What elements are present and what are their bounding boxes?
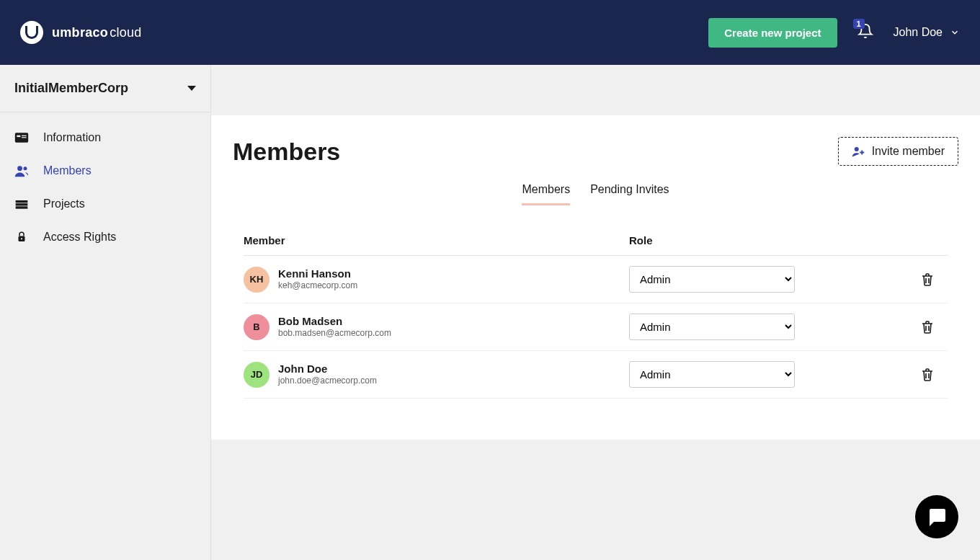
member-email: john.doe@acmecorp.com bbox=[278, 375, 377, 387]
svg-point-10 bbox=[21, 238, 22, 239]
action-cell bbox=[845, 368, 948, 381]
header-right: Create new project 1 John Doe bbox=[708, 18, 960, 48]
org-name: InitialMemberCorp bbox=[14, 81, 128, 96]
avatar: KH bbox=[244, 267, 270, 293]
role-select[interactable]: Admin bbox=[629, 314, 795, 340]
column-role: Role bbox=[629, 234, 845, 246]
projects-icon bbox=[14, 197, 29, 210]
column-member: Member bbox=[244, 234, 629, 246]
logo-icon bbox=[20, 21, 43, 44]
member-cell: KHKenni Hansonkeh@acmecorp.com bbox=[244, 267, 629, 293]
sidebar-item-projects[interactable]: Projects bbox=[0, 187, 210, 221]
tabs: Members Pending Invites bbox=[233, 183, 958, 205]
main: Members Invite member Members Pending In… bbox=[211, 65, 980, 560]
members-icon bbox=[14, 164, 29, 177]
avatar: B bbox=[244, 314, 270, 340]
sidebar-item-label: Information bbox=[43, 131, 101, 144]
member-info: John Doejohn.doe@acmecorp.com bbox=[278, 363, 377, 387]
trash-icon[interactable] bbox=[922, 321, 933, 334]
sidebar: InitialMemberCorp Information bbox=[0, 65, 211, 560]
svg-rect-3 bbox=[22, 137, 27, 138]
members-table: Member Role KHKenni Hansonkeh@acmecorp.c… bbox=[244, 226, 948, 399]
member-email: keh@acmecorp.com bbox=[278, 280, 357, 292]
info-card-icon bbox=[14, 131, 29, 144]
role-cell: Admin bbox=[629, 314, 845, 340]
member-name: Bob Madsen bbox=[278, 315, 391, 328]
member-name: John Doe bbox=[278, 363, 377, 375]
lock-icon bbox=[14, 231, 29, 244]
user-menu[interactable]: John Doe bbox=[894, 26, 961, 39]
page-header: Members Invite member bbox=[233, 137, 958, 166]
sidebar-item-information[interactable]: Information bbox=[0, 121, 210, 154]
table-row: JDJohn Doejohn.doe@acmecorp.comAdmin bbox=[244, 351, 948, 399]
chevron-down-icon bbox=[950, 27, 960, 37]
member-email: bob.madsen@acmecorp.com bbox=[278, 328, 391, 339]
table-header: Member Role bbox=[244, 226, 948, 256]
chat-icon bbox=[927, 507, 947, 526]
logo[interactable]: umbracocloud bbox=[20, 21, 142, 44]
member-cell: JDJohn Doejohn.doe@acmecorp.com bbox=[244, 362, 629, 388]
nav: Information Members Projects bbox=[0, 112, 210, 254]
svg-rect-7 bbox=[16, 203, 28, 205]
role-cell: Admin bbox=[629, 361, 845, 388]
role-select[interactable]: Admin bbox=[629, 266, 795, 293]
member-info: Bob Madsenbob.madsen@acmecorp.com bbox=[278, 315, 391, 339]
table-row: KHKenni Hansonkeh@acmecorp.comAdmin bbox=[244, 256, 948, 303]
notifications-button[interactable]: 1 bbox=[858, 23, 873, 42]
member-name: Kenni Hanson bbox=[278, 267, 357, 280]
notification-badge: 1 bbox=[853, 19, 865, 29]
content-card: Members Invite member Members Pending In… bbox=[211, 115, 980, 440]
member-cell: BBob Madsenbob.madsen@acmecorp.com bbox=[244, 314, 629, 340]
user-name: John Doe bbox=[894, 26, 943, 39]
chat-widget[interactable] bbox=[915, 495, 958, 538]
svg-point-4 bbox=[17, 166, 22, 171]
table-row: BBob Madsenbob.madsen@acmecorp.comAdmin bbox=[244, 303, 948, 351]
member-info: Kenni Hansonkeh@acmecorp.com bbox=[278, 267, 357, 292]
svg-point-5 bbox=[24, 166, 27, 170]
sidebar-item-label: Projects bbox=[43, 197, 85, 210]
trash-icon[interactable] bbox=[922, 273, 933, 286]
tab-pending-invites[interactable]: Pending Invites bbox=[590, 183, 669, 205]
invite-label: Invite member bbox=[872, 145, 945, 158]
org-selector[interactable]: InitialMemberCorp bbox=[0, 65, 210, 112]
header: umbracocloud Create new project 1 John D… bbox=[0, 0, 980, 65]
svg-point-11 bbox=[854, 147, 858, 151]
role-cell: Admin bbox=[629, 266, 845, 293]
svg-rect-6 bbox=[16, 200, 28, 203]
sidebar-item-label: Access Rights bbox=[43, 231, 116, 244]
svg-rect-1 bbox=[17, 135, 20, 138]
logo-text: umbracocloud bbox=[52, 25, 142, 40]
add-user-icon bbox=[852, 146, 865, 157]
svg-rect-8 bbox=[16, 206, 28, 208]
sidebar-item-members[interactable]: Members bbox=[0, 154, 210, 187]
role-select[interactable]: Admin bbox=[629, 361, 795, 388]
tab-members[interactable]: Members bbox=[522, 183, 570, 205]
svg-rect-2 bbox=[22, 135, 27, 136]
caret-down-icon bbox=[187, 86, 196, 91]
page-title: Members bbox=[233, 138, 340, 166]
action-cell bbox=[845, 273, 948, 286]
avatar: JD bbox=[244, 362, 270, 388]
create-project-button[interactable]: Create new project bbox=[708, 18, 837, 48]
action-cell bbox=[845, 321, 948, 334]
sidebar-item-label: Members bbox=[43, 164, 92, 177]
invite-member-button[interactable]: Invite member bbox=[838, 137, 958, 166]
trash-icon[interactable] bbox=[922, 368, 933, 381]
sidebar-item-access-rights[interactable]: Access Rights bbox=[0, 221, 210, 254]
